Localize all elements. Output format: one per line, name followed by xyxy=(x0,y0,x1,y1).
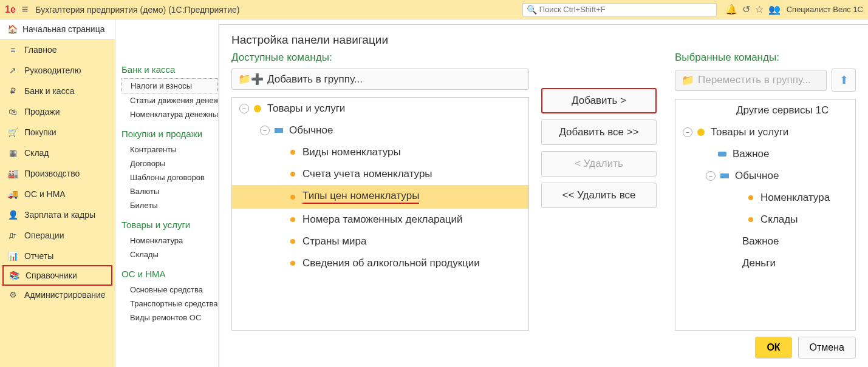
user-label[interactable]: Специалист Велс 1С xyxy=(787,5,863,14)
subpanel-link[interactable]: Договоры xyxy=(121,157,218,170)
tree-group[interactable]: − Обычное xyxy=(675,165,855,187)
tree-item[interactable]: Страны мира xyxy=(232,231,528,252)
move-up-button[interactable]: ⬆ xyxy=(832,69,856,92)
sidebar-item-label: Справочники xyxy=(26,271,77,280)
sidebar-item-admin[interactable]: ⚙ Администрирование xyxy=(0,285,115,305)
add-to-group-label: Добавить в группу... xyxy=(267,73,363,86)
sidebar-item-label: Продажи xyxy=(24,107,60,116)
sidebar-item-hr[interactable]: 👤 Зарплата и кадры xyxy=(0,204,115,225)
subpanel-link[interactable]: Виды ремонтов ОС xyxy=(121,311,218,325)
collapse-icon[interactable]: − xyxy=(239,104,249,113)
remove-all-button-label: << Удалить все xyxy=(562,189,635,201)
subpanel-group-title: Банк и касса xyxy=(121,64,218,75)
subpanel-link[interactable]: Основные средства xyxy=(121,283,218,297)
ruble-icon: ₽ xyxy=(7,86,18,96)
sidebar-item-label: Администрирование xyxy=(24,290,106,300)
tree-item[interactable]: Сведения об алкогольной продукции xyxy=(232,252,528,274)
sidebar-item-purchases[interactable]: 🛒 Покупки xyxy=(0,122,115,143)
tree-item[interactable]: Номенклатура xyxy=(675,187,855,209)
bag-icon: 🛍 xyxy=(7,107,18,116)
hamburger-icon[interactable]: ≡ xyxy=(22,3,29,16)
tree-item[interactable]: Деньги xyxy=(675,252,855,274)
truck-icon: 🚚 xyxy=(7,189,18,199)
tree-group[interactable]: − Товары и услуги xyxy=(675,121,855,143)
grid-icon: ▦ xyxy=(7,148,18,158)
factory-icon: 🏭 xyxy=(7,169,18,178)
users-icon[interactable]: 👥 xyxy=(768,4,781,15)
search-box[interactable]: 🔍 xyxy=(522,3,717,16)
add-all-button[interactable]: Добавить все >> xyxy=(541,120,657,145)
subpanel-group-title: Покупки и продажи xyxy=(121,129,218,139)
subpanel-link[interactable]: Налоги и взносы xyxy=(121,78,218,93)
collapse-icon[interactable]: − xyxy=(260,126,270,135)
dialog-title: Настройка панели навигации xyxy=(231,33,856,47)
tree-item-selected[interactable]: Типы цен номенклатуры xyxy=(232,185,528,209)
tree-label: Склады xyxy=(760,214,798,226)
arrow-up-icon: ⬆ xyxy=(839,73,849,87)
tree-label: Деньги xyxy=(742,257,776,269)
sidebar-item-directories[interactable]: 📚 Справочники xyxy=(2,265,112,286)
star-icon[interactable]: ☆ xyxy=(755,4,764,15)
search-input[interactable] xyxy=(539,5,713,14)
search-icon: 🔍 xyxy=(527,5,537,15)
collapse-icon[interactable]: − xyxy=(683,127,692,137)
sidebar-item-bank[interactable]: ₽ Банк и касса xyxy=(0,81,115,101)
selected-tree[interactable]: Другие сервисы 1С − Товары и услуги Важн… xyxy=(675,99,856,331)
available-tree[interactable]: − Товары и услуги − Обычное Виды номенкл… xyxy=(231,97,529,331)
sidebar-item-production[interactable]: 🏭 Производство xyxy=(0,163,115,184)
bullet-icon xyxy=(748,195,753,200)
subpanel-group-title: ОС и НМА xyxy=(121,269,218,279)
tree-label: Другие сервисы 1С xyxy=(736,104,829,116)
sidebar-item-assets[interactable]: 🚚 ОС и НМА xyxy=(0,184,115,204)
subpanel-link[interactable]: Номенклатура xyxy=(121,234,218,247)
subpanel-link[interactable]: Номенклатура денежных документов xyxy=(121,107,218,121)
subpanel-link[interactable]: Билеты xyxy=(121,198,218,212)
remove-button[interactable]: < Удалить xyxy=(541,151,657,177)
tree-item[interactable]: Счета учета номенклатуры xyxy=(232,163,528,185)
ok-button[interactable]: ОК xyxy=(755,337,791,359)
bullet-icon xyxy=(290,217,295,222)
tree-label: Обычное xyxy=(735,170,779,182)
subpanel-link[interactable]: Валюты xyxy=(121,184,218,198)
gear-icon: ⚙ xyxy=(7,290,18,300)
subpanel-link[interactable]: Шаблоны договоров xyxy=(121,170,218,184)
tree-item[interactable]: Важное xyxy=(675,143,855,165)
subpanel-link[interactable]: Контрагенты xyxy=(121,143,218,157)
collapse-icon[interactable]: − xyxy=(706,171,716,181)
add-button[interactable]: Добавить > xyxy=(541,88,657,113)
subpanel-link[interactable]: Статьи движения денежных средств xyxy=(121,93,218,107)
tree-label: Виды номенклатуры xyxy=(302,146,401,158)
sidebar-item-manager[interactable]: ↗ Руководителю xyxy=(0,60,115,81)
topbar: 1e ≡ Бухгалтерия предприятия (демо) (1С:… xyxy=(0,0,868,19)
tree-item[interactable]: Важное xyxy=(675,231,855,252)
tree-item[interactable]: Виды номенклатуры xyxy=(232,141,528,163)
remove-button-label: < Удалить xyxy=(575,158,623,170)
folder-move-icon: 📁 xyxy=(682,74,694,87)
sidebar-item-reports[interactable]: 📊 Отчеты xyxy=(0,246,115,266)
tree-item[interactable]: Склады xyxy=(675,209,855,231)
add-to-group-button[interactable]: 📁➕ Добавить в группу... xyxy=(231,69,529,90)
tree-group[interactable]: − Товары и услуги xyxy=(232,98,528,120)
sidebar-item-sales[interactable]: 🛍 Продажи xyxy=(0,101,115,122)
sidebar-item-operations[interactable]: Дт Операции xyxy=(0,225,115,246)
remove-all-button[interactable]: << Удалить все xyxy=(541,183,657,208)
tree-item[interactable]: Другие сервисы 1С xyxy=(675,99,855,121)
sidebar-item-warehouse[interactable]: ▦ Склад xyxy=(0,143,115,163)
move-to-group-button[interactable]: 📁 Переместить в группу... xyxy=(675,70,827,91)
sidebar-home[interactable]: 🏠 Начальная страница xyxy=(0,19,115,39)
home-icon: 🏠 xyxy=(7,24,18,34)
sidebar-item-main[interactable]: ≡ Главное xyxy=(0,39,115,60)
tree-item[interactable]: Номера таможенных деклараций xyxy=(232,209,528,231)
cancel-button[interactable]: Отмена xyxy=(798,337,856,359)
sidebar-item-label: Отчеты xyxy=(24,251,53,261)
sidebar-item-label: Руководителю xyxy=(24,66,81,75)
history-icon[interactable]: ↺ xyxy=(742,4,750,15)
tree-group[interactable]: − Обычное xyxy=(232,120,528,141)
bullet-icon xyxy=(290,195,295,200)
tree-label: Счета учета номенклатуры xyxy=(302,168,432,180)
subpanel-link[interactable]: Склады xyxy=(121,247,218,261)
bullet-icon xyxy=(748,217,753,222)
logo-1c: 1e xyxy=(5,4,16,15)
bell-icon[interactable]: 🔔 xyxy=(725,4,737,15)
subpanel-link[interactable]: Транспортные средства xyxy=(121,297,218,311)
